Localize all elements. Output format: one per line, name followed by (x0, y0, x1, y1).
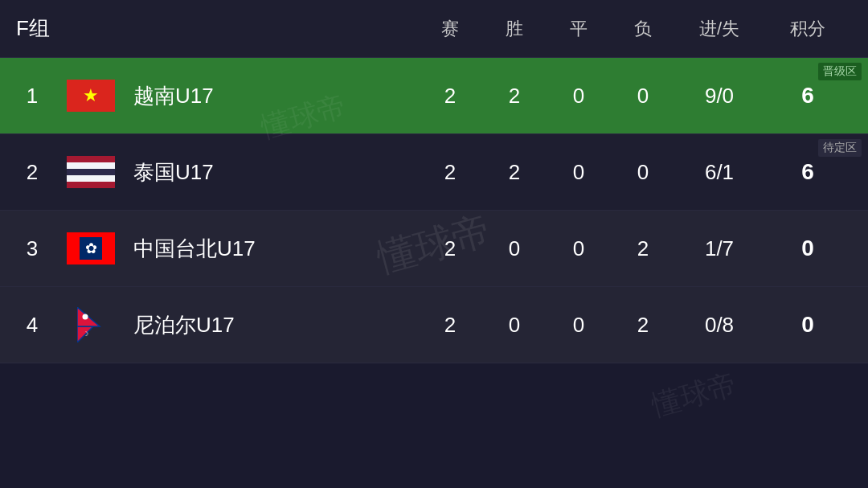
stat-lose: 0 (611, 84, 675, 109)
team-flag-container: ☽ (63, 305, 119, 345)
stat-win: 2 (482, 160, 547, 185)
team-name: 尼泊尔U17 (133, 311, 358, 339)
stat-draw: 0 (547, 84, 611, 109)
stat-matches: 2 (418, 313, 482, 338)
stat-gd: 0/8 (675, 313, 764, 338)
col-matches: 赛 (418, 17, 482, 41)
stat-lose: 2 (611, 236, 675, 261)
col-gd: 进/失 (675, 17, 764, 41)
stat-matches: 2 (418, 160, 482, 185)
flag-th (67, 156, 115, 188)
team-rank: 2 (16, 160, 48, 185)
team-name: 中国台北U17 (133, 235, 358, 263)
team-rank: 1 (16, 84, 48, 109)
stat-pts: 6 (764, 159, 852, 185)
table-row: 3 ✿ 中国台北U17 2 0 0 2 1/7 0 (0, 211, 868, 287)
team-rank: 3 (16, 236, 48, 261)
stat-draw: 0 (547, 313, 611, 338)
stat-matches: 2 (418, 236, 482, 261)
col-win: 胜 (482, 17, 547, 41)
team-stats: 2 0 0 2 1/7 0 (358, 236, 852, 261)
table-row: 待定区 2 泰国U17 2 2 0 0 6/1 6 (0, 134, 868, 211)
stat-lose: 0 (611, 160, 675, 185)
watermark-bottom: 懂球帝 (647, 365, 741, 425)
team-flag-container (63, 152, 119, 192)
stat-win: 0 (482, 236, 547, 261)
team-stats: 2 2 0 0 6/1 6 (358, 159, 852, 185)
stat-gd: 1/7 (675, 236, 764, 261)
stat-pts: 6 (764, 83, 852, 109)
table-header: F组 赛 胜 平 负 进/失 积分 (0, 0, 868, 58)
table-row: 4 ☽ 尼泊尔U17 2 0 0 2 0/8 0 (0, 287, 868, 363)
team-name: 越南U17 (133, 82, 358, 110)
flag-np: ☽ (77, 307, 105, 342)
stat-pts: 0 (764, 236, 852, 261)
column-headers: 赛 胜 平 负 进/失 积分 (193, 17, 852, 41)
team-rank: 4 (16, 313, 48, 338)
stat-gd: 6/1 (675, 160, 764, 185)
teams-container: 晋级区 1 越南U17 2 2 0 0 9/0 6 待定区 2 泰国U17 2 (0, 58, 868, 363)
zone-badge: 晋级区 (818, 63, 862, 80)
standings-table: F组 赛 胜 平 负 进/失 积分 晋级区 1 越南U17 2 2 0 0 9/… (0, 0, 868, 363)
stat-lose: 2 (611, 313, 675, 338)
zone-badge: 待定区 (818, 139, 862, 157)
team-flag-container (63, 76, 119, 116)
team-name: 泰国U17 (133, 158, 358, 187)
col-draw: 平 (547, 17, 611, 41)
stat-pts: 0 (764, 312, 852, 338)
col-lose: 负 (611, 17, 675, 41)
team-stats: 2 2 0 0 9/0 6 (358, 83, 852, 109)
table-row: 晋级区 1 越南U17 2 2 0 0 9/0 6 (0, 58, 868, 134)
svg-marker-1 (77, 307, 100, 326)
col-pts: 积分 (764, 17, 852, 41)
svg-text:☽: ☽ (83, 330, 88, 338)
stat-matches: 2 (418, 84, 482, 109)
stat-draw: 0 (547, 160, 611, 185)
flag-tw: ✿ (67, 232, 115, 265)
stat-gd: 9/0 (675, 84, 764, 109)
stat-draw: 0 (547, 236, 611, 261)
team-stats: 2 0 0 2 0/8 0 (358, 312, 852, 338)
flag-vn (67, 80, 115, 112)
stat-win: 2 (482, 84, 547, 109)
group-label: F组 (16, 14, 193, 43)
stat-win: 0 (482, 313, 547, 338)
team-flag-container: ✿ (63, 228, 119, 269)
svg-point-2 (82, 314, 88, 320)
